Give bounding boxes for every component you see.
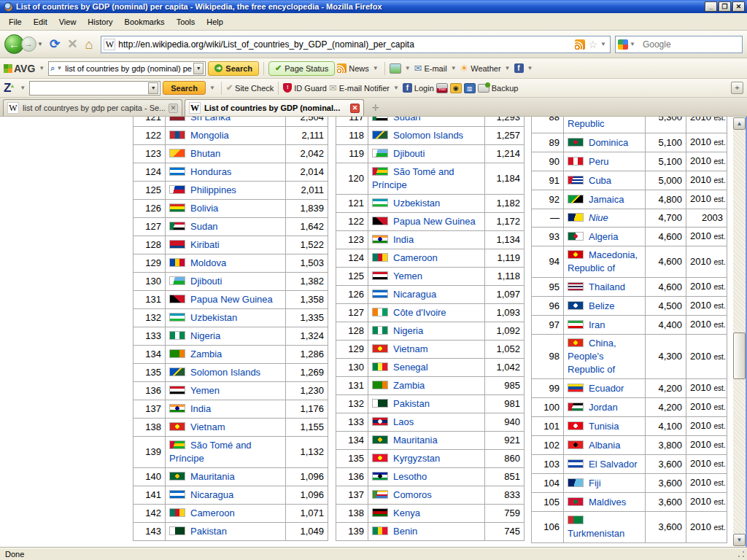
- email-envelope-icon[interactable]: ✉: [414, 63, 422, 74]
- z-search-options-dropdown-icon[interactable]: ▼: [209, 85, 215, 91]
- facebook-dropdown-icon[interactable]: ▼: [527, 65, 533, 71]
- country-link[interactable]: Benin: [393, 526, 417, 537]
- country-link[interactable]: Uzbekistan: [393, 198, 440, 209]
- country-link[interactable]: Dominican Republic: [568, 117, 633, 129]
- country-link[interactable]: Cameroon: [190, 508, 235, 518]
- country-link[interactable]: Yemen: [393, 271, 422, 281]
- browser-tab[interactable]: Wlist of countryes by gdp per capita - S…: [3, 99, 182, 116]
- z-menu-dropdown-icon[interactable]: ▼: [20, 85, 26, 91]
- menu-history[interactable]: History: [82, 15, 118, 28]
- country-link[interactable]: Kenya: [393, 508, 420, 518]
- country-link[interactable]: Senegal: [393, 362, 428, 373]
- youtube-icon[interactable]: You: [436, 83, 448, 93]
- id-guard-shield-icon[interactable]: !: [283, 83, 292, 93]
- add-toolbar-item-button[interactable]: +: [731, 82, 743, 94]
- country-link[interactable]: Zambia: [190, 349, 222, 359]
- country-link[interactable]: Maldives: [589, 497, 626, 508]
- country-link[interactable]: Solomon Islands: [393, 130, 463, 141]
- login-label[interactable]: Login: [414, 84, 434, 93]
- country-link[interactable]: Jamaica: [589, 194, 624, 205]
- reload-button[interactable]: ⟳: [50, 38, 60, 50]
- avg-menu-dropdown-icon[interactable]: ▼: [39, 65, 44, 71]
- menu-view[interactable]: View: [53, 15, 82, 28]
- google-search-box[interactable]: ▼ ⌕: [615, 36, 743, 53]
- search-engine-dropdown-icon[interactable]: ▼: [630, 41, 635, 47]
- country-link[interactable]: Cameroon: [393, 252, 438, 263]
- country-link[interactable]: Nicaragua: [190, 489, 233, 500]
- avg-app-icon[interactable]: [390, 63, 401, 74]
- close-button[interactable]: ✕: [732, 1, 745, 12]
- country-link[interactable]: Lesotho: [393, 471, 427, 482]
- avg-search-history-dropdown[interactable]: ▼: [193, 63, 204, 74]
- scroll-up-button[interactable]: ▲: [733, 117, 746, 130]
- menu-edit[interactable]: Edit: [28, 15, 53, 28]
- z-search-input[interactable]: [31, 83, 148, 93]
- google-search-input[interactable]: [641, 39, 747, 50]
- country-link[interactable]: Bhutan: [190, 148, 220, 159]
- menu-bookmarks[interactable]: Bookmarks: [119, 15, 171, 28]
- country-link[interactable]: Djibouti: [190, 276, 222, 287]
- avg-search-button[interactable]: ➜ Search: [208, 61, 259, 76]
- country-link[interactable]: Sudan: [190, 221, 218, 232]
- rss-feed-icon[interactable]: [575, 39, 585, 50]
- menu-file[interactable]: File: [3, 15, 28, 28]
- country-link[interactable]: Pakistan: [393, 398, 430, 409]
- backup-label[interactable]: Backup: [492, 84, 519, 93]
- weather-sun-icon[interactable]: ☀: [460, 63, 469, 74]
- url-input[interactable]: [115, 39, 572, 50]
- country-link[interactable]: Algeria: [589, 231, 618, 242]
- country-link[interactable]: Papua New Guinea: [393, 216, 476, 227]
- z-search-dropdown[interactable]: ▼: [148, 82, 158, 94]
- country-link[interactable]: Sri Lanka: [190, 117, 231, 122]
- menu-help[interactable]: Help: [201, 15, 229, 28]
- avg-email-label[interactable]: E-mail: [424, 64, 446, 73]
- country-link[interactable]: Comoros: [393, 489, 432, 500]
- country-link[interactable]: Mauritania: [190, 471, 235, 482]
- country-link[interactable]: Laos: [393, 416, 414, 427]
- country-link[interactable]: Albania: [589, 440, 620, 451]
- minimize-button[interactable]: _: [705, 1, 717, 12]
- country-link[interactable]: Uzbekistan: [190, 312, 237, 323]
- avg-news-label[interactable]: News: [349, 64, 369, 73]
- country-link[interactable]: Mongolia: [190, 130, 229, 141]
- country-link[interactable]: Papua New Guinea: [190, 294, 273, 305]
- country-link[interactable]: Pakistan: [190, 526, 227, 537]
- email-dropdown-icon[interactable]: ▼: [451, 65, 457, 71]
- new-tab-button[interactable]: ✛: [369, 101, 382, 114]
- page-status-button[interactable]: ✔ Page Status: [268, 61, 335, 76]
- bookmark-star-icon[interactable]: ☆: [589, 39, 598, 50]
- avg-search-input[interactable]: [63, 63, 193, 74]
- country-link[interactable]: Bolivia: [190, 203, 218, 214]
- magnifier-icon[interactable]: ⌕: [50, 63, 55, 73]
- country-link[interactable]: Honduras: [190, 166, 231, 177]
- scrollbar-thumb[interactable]: [733, 332, 746, 379]
- country-link[interactable]: Vietnam: [393, 343, 427, 354]
- country-link[interactable]: Belize: [589, 300, 614, 311]
- menu-tools[interactable]: Tools: [171, 15, 201, 28]
- z-search-box[interactable]: ▼: [29, 81, 160, 96]
- site-check-label[interactable]: Site Check: [235, 84, 274, 93]
- country-link[interactable]: Jordan: [589, 402, 618, 413]
- facebook-icon[interactable]: f: [514, 63, 524, 73]
- country-link[interactable]: Cuba: [589, 175, 611, 186]
- country-link[interactable]: Nicaragua: [393, 289, 436, 300]
- country-link[interactable]: Tunisia: [589, 421, 619, 432]
- country-link[interactable]: Côte d'Ivoire: [393, 307, 446, 318]
- home-button[interactable]: ⌂: [85, 38, 93, 51]
- popcorn-app-icon[interactable]: ▥: [464, 83, 476, 93]
- country-link[interactable]: Iran: [589, 319, 605, 330]
- country-link[interactable]: Yemen: [190, 385, 220, 396]
- country-link[interactable]: Zambia: [393, 380, 425, 391]
- country-link[interactable]: Philippines: [190, 184, 236, 195]
- country-link[interactable]: Niue: [589, 212, 608, 223]
- forward-button[interactable]: →: [21, 36, 36, 52]
- id-guard-label[interactable]: ID Guard: [294, 84, 327, 93]
- app-dropdown-icon[interactable]: ▼: [405, 65, 411, 71]
- avg-weather-label[interactable]: Weather: [471, 64, 500, 73]
- scroll-down-button[interactable]: ▼: [733, 534, 746, 546]
- history-dropdown-icon[interactable]: ▼: [37, 41, 43, 47]
- vertical-scrollbar[interactable]: ▲ ▼: [733, 117, 746, 546]
- stop-button[interactable]: ✕: [67, 38, 77, 50]
- country-link[interactable]: Thailand: [589, 281, 625, 292]
- restore-button[interactable]: ❐: [719, 1, 731, 12]
